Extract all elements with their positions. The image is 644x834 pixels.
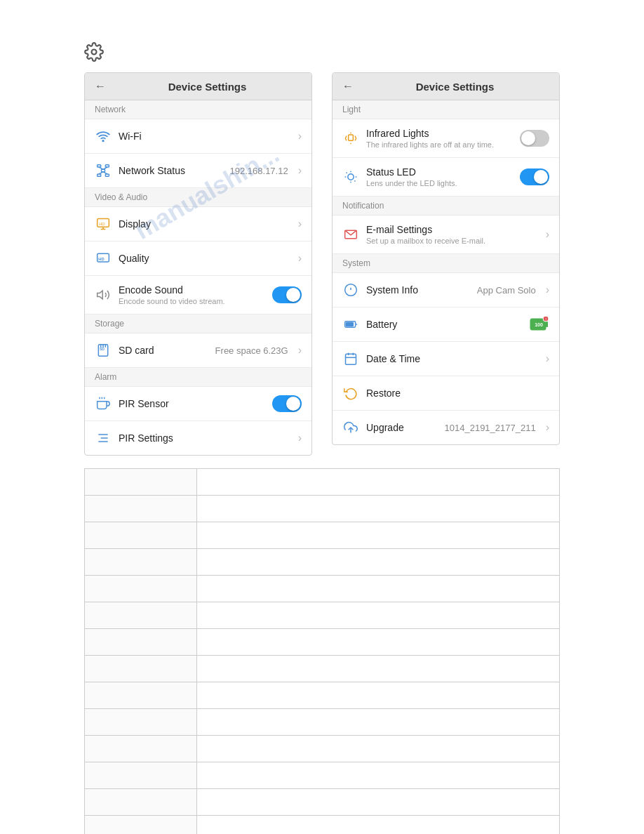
- network-status-chevron: ›: [298, 164, 302, 177]
- encode-sound-label: Encode Sound Encode sound to video strea…: [119, 284, 265, 305]
- section-notification: Notification: [333, 197, 559, 216]
- wifi-icon: [95, 128, 112, 145]
- table-row: [85, 789, 560, 816]
- table-row: [85, 656, 560, 682]
- upgrade-value: 1014_2191_2177_211: [445, 423, 536, 433]
- status-led-icon: [342, 168, 359, 185]
- pir-sensor-label: PIR Sensor: [119, 398, 265, 409]
- right-back-button[interactable]: ←: [342, 80, 354, 93]
- menu-item-email-settings[interactable]: E-mail Settings Set up a mailbox to rece…: [333, 216, 559, 254]
- section-system: System: [333, 254, 559, 273]
- svg-line-7: [99, 167, 103, 169]
- table-row: [85, 469, 560, 496]
- menu-item-restore[interactable]: Restore: [333, 376, 559, 411]
- display-icon: HD: [95, 216, 112, 232]
- svg-rect-3: [102, 169, 105, 171]
- table-row: [85, 816, 560, 835]
- menu-item-status-led[interactable]: Status LED Lens under the LED lights.: [333, 158, 559, 197]
- section-network: Network: [85, 100, 311, 119]
- svg-line-36: [354, 180, 355, 181]
- svg-line-10: [103, 172, 107, 174]
- upgrade-label: Upgrade: [366, 422, 438, 433]
- menu-item-date-time[interactable]: Date & Time ›: [333, 342, 559, 376]
- sd-card-icon: SD: [95, 342, 112, 359]
- svg-line-9: [99, 172, 103, 174]
- system-info-value: App Cam Solo: [477, 285, 536, 296]
- email-settings-icon: [342, 226, 359, 243]
- menu-item-wifi[interactable]: Wi-Fi ›: [85, 119, 311, 154]
- table-row: [85, 549, 560, 576]
- sd-card-value: Free space 6.23G: [215, 345, 288, 356]
- upgrade-icon: [342, 419, 359, 436]
- svg-point-0: [92, 50, 97, 55]
- upgrade-chevron: ›: [546, 421, 549, 434]
- section-video-audio: Video & Audio: [85, 188, 311, 207]
- status-led-toggle[interactable]: [520, 168, 549, 185]
- wifi-label: Wi-Fi: [119, 131, 291, 142]
- menu-item-quality[interactable]: HD Quality ›: [85, 241, 311, 276]
- svg-text:HD: HD: [99, 222, 105, 226]
- svg-rect-2: [98, 165, 101, 167]
- svg-rect-45: [346, 323, 353, 326]
- table-row: [85, 629, 560, 656]
- wifi-chevron: ›: [298, 130, 302, 143]
- pir-settings-label: PIR Settings: [119, 432, 291, 444]
- menu-item-sd-card[interactable]: SD SD card Free space 6.23G ›: [85, 333, 311, 368]
- left-panel: ← Device Settings Network Wi-Fi ›: [84, 72, 312, 456]
- quality-chevron: ›: [298, 252, 302, 265]
- left-back-button[interactable]: ←: [95, 80, 106, 93]
- pir-settings-chevron: ›: [298, 432, 302, 444]
- infrared-lights-toggle[interactable]: [520, 130, 549, 147]
- svg-rect-47: [546, 322, 548, 327]
- svg-rect-6: [98, 174, 101, 176]
- svg-line-8: [103, 167, 107, 169]
- system-info-chevron: ›: [546, 284, 549, 296]
- status-led-label: Status LED Lens under the LED lights.: [366, 166, 513, 187]
- svg-text:100: 100: [535, 322, 543, 327]
- svg-text:HD: HD: [98, 257, 104, 261]
- date-time-chevron: ›: [546, 352, 549, 365]
- svg-line-35: [347, 173, 347, 173]
- section-light: Light: [333, 100, 559, 119]
- system-info-label: System Info: [366, 284, 470, 296]
- table-row: [85, 496, 560, 522]
- quality-label: Quality: [119, 253, 291, 264]
- right-panel: ← Device Settings Light Infrared Lights: [332, 72, 560, 445]
- menu-item-network-status[interactable]: Network Status 192.168.17.12 ›: [85, 154, 311, 188]
- svg-marker-17: [98, 291, 103, 299]
- menu-item-pir-sensor[interactable]: PIR Sensor: [85, 387, 311, 421]
- menu-item-pir-settings[interactable]: PIR Settings ›: [85, 421, 311, 455]
- left-panel-title: Device Settings: [113, 81, 302, 93]
- battery-status-icon: 100 !: [530, 317, 549, 332]
- svg-rect-5: [105, 174, 109, 176]
- table-row: [85, 522, 560, 549]
- menu-item-encode-sound[interactable]: Encode Sound Encode sound to video strea…: [85, 276, 311, 315]
- settings-icon: [84, 42, 560, 64]
- menu-item-display[interactable]: HD Display ›: [85, 207, 311, 241]
- system-info-icon: [342, 282, 359, 298]
- restore-icon: [342, 385, 359, 402]
- network-status-label: Network Status: [119, 165, 223, 176]
- table-row: [85, 602, 560, 629]
- email-settings-chevron: ›: [546, 228, 549, 241]
- encode-sound-icon: [95, 286, 112, 303]
- menu-item-system-info[interactable]: System Info App Cam Solo ›: [333, 273, 559, 307]
- svg-text:SD: SD: [100, 347, 105, 351]
- restore-label: Restore: [366, 388, 549, 399]
- pir-settings-icon: [95, 430, 112, 446]
- right-panel-header: ← Device Settings: [333, 73, 559, 100]
- email-settings-label: E-mail Settings Set up a mailbox to rece…: [366, 224, 539, 245]
- menu-item-battery[interactable]: Battery 100 !: [333, 307, 559, 342]
- menu-item-upgrade[interactable]: Upgrade 1014_2191_2177_211 ›: [333, 411, 559, 444]
- encode-sound-toggle[interactable]: [272, 286, 302, 303]
- menu-item-infrared-lights[interactable]: Infrared Lights The infrared lights are …: [333, 119, 559, 158]
- date-time-icon: [342, 350, 359, 367]
- panels-container: ← Device Settings Network Wi-Fi ›: [84, 72, 560, 456]
- svg-point-1: [102, 140, 104, 142]
- pir-sensor-icon: [95, 395, 112, 412]
- battery-icon: [342, 316, 359, 333]
- table-row: [85, 736, 560, 762]
- pir-sensor-toggle[interactable]: [272, 395, 302, 412]
- table-row: [85, 762, 560, 789]
- display-chevron: ›: [298, 218, 302, 230]
